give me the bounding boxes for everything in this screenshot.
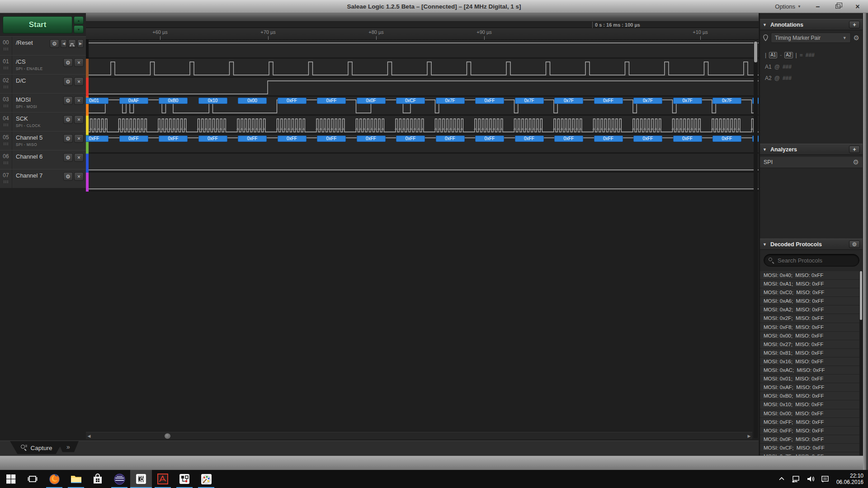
scroll-right-button[interactable]: ▶ — [746, 434, 752, 438]
protocol-search-box[interactable] — [764, 254, 859, 267]
decoded-protocol-row[interactable]: MOSI: 0xA2; MISO: 0xFF — [760, 305, 860, 314]
channel-hide-button[interactable]: × — [74, 172, 84, 181]
channel-row-00[interactable]: 00/Reset⚙◀▶ — [0, 36, 86, 55]
taskbar-icon-acrobat-reader[interactable] — [152, 470, 174, 488]
channel-drag-handle-icon[interactable] — [3, 104, 9, 107]
decoded-protocol-row[interactable]: MOSI: 0x16; MISO: 0xFF — [760, 357, 860, 366]
decoded-protocol-row[interactable]: MOSI: 0xA6; MISO: 0xFF — [760, 297, 860, 305]
horizontal-scroll-thumb[interactable] — [165, 433, 170, 439]
channel-drag-handle-icon[interactable] — [3, 161, 9, 164]
decoded-protocol-row[interactable]: MOSI: 0xCF; MISO: 0xFF — [760, 444, 860, 452]
waveform-horizontal-scrollbar[interactable]: ◀ ▶ — [86, 432, 752, 439]
search-input[interactable] — [778, 257, 857, 264]
decoded-protocols-header[interactable]: ▼ Decoded Protocols ⚙ — [760, 239, 863, 250]
restore-button[interactable] — [831, 2, 844, 12]
decoded-protocol-row[interactable]: MOSI: 0x40; MISO: 0xFF — [760, 271, 860, 280]
decoded-protocol-row[interactable]: MOSI: 0x00; MISO: 0xFF — [760, 409, 860, 418]
channel-hide-button[interactable]: × — [74, 96, 84, 105]
annotations-header[interactable]: ▼ Annotations + — [760, 19, 863, 30]
channel-hide-button[interactable]: × — [74, 134, 84, 143]
decoded-protocol-row[interactable]: MOSI: 0xAF; MISO: 0xFF — [760, 383, 860, 392]
time-ruler[interactable]: +60 µs+70 µs+80 µs+90 µs+10 µs — [86, 28, 759, 40]
taskbar-icon-paint[interactable] — [195, 470, 217, 488]
channel-settings-button[interactable]: ⚙ — [63, 77, 73, 86]
horizontal-scroll-track[interactable] — [92, 432, 746, 439]
tray-chevron-up-icon[interactable] — [776, 470, 788, 488]
vertical-scroll-thumb[interactable] — [754, 42, 757, 62]
waveform-area[interactable]: 0 s : 16 ms : 100 µs +60 µs+70 µs+80 µs+… — [86, 13, 759, 441]
channel-drag-handle-icon[interactable] — [3, 142, 9, 145]
decoded-protocol-row[interactable]: MOSI: 0x81; MISO: 0xFF — [760, 349, 860, 357]
taskbar-icon-firefox[interactable] — [43, 470, 65, 488]
decoded-protocol-row[interactable]: MOSI: 0x2F; MISO: 0xFF — [760, 314, 860, 323]
taskbar-clock[interactable]: 22:10 06.06.2016 — [834, 473, 863, 485]
channel-hide-button[interactable]: × — [74, 58, 84, 67]
decoded-scroll-thumb[interactable] — [860, 271, 862, 320]
decoded-protocol-row[interactable]: MOSI: 0xC0; MISO: 0xFF — [760, 288, 860, 297]
channel-row-02[interactable]: 02D/C⚙× — [0, 74, 86, 93]
start-spinner-down-button[interactable]: ▼ — [74, 25, 84, 33]
decoded-settings-button[interactable]: ⚙ — [849, 240, 860, 248]
channel-settings-button[interactable]: ⚙ — [63, 172, 73, 181]
taskbar-icon-saleae-logic[interactable] — [130, 470, 152, 488]
minimize-button[interactable]: – — [811, 2, 825, 12]
decoded-protocol-row[interactable]: MOSI: 0x0F; MISO: 0xFF — [760, 435, 860, 444]
collapse-triangle-icon[interactable]: ▼ — [763, 242, 767, 247]
prev-edge-button[interactable]: ◀ — [61, 39, 67, 48]
decoded-protocol-row[interactable]: MOSI: 0xAC; MISO: 0xFF — [760, 366, 860, 375]
channel-row-01[interactable]: 01/CSSPI - ENABLE⚙× — [0, 55, 86, 74]
channel-settings-button[interactable]: ⚙ — [63, 96, 73, 105]
start-spinner-up-button[interactable]: ▲ — [74, 16, 84, 24]
volume-icon[interactable] — [805, 470, 816, 488]
channel-row-07[interactable]: 07Channel 7⚙× — [0, 169, 86, 188]
waveform-vertical-scrollbar[interactable] — [754, 41, 758, 438]
channel-settings-button[interactable]: ⚙ — [63, 134, 73, 143]
scroll-left-button[interactable]: ◀ — [86, 434, 92, 438]
taskbar-icon-windows-start[interactable] — [0, 470, 22, 488]
taskbar-icon-eclipse[interactable] — [108, 470, 130, 488]
channel-drag-handle-icon[interactable] — [3, 47, 9, 50]
decoded-protocol-row[interactable]: MOSI: 0x7F; MISO: 0xFF — [760, 452, 860, 455]
network-icon[interactable] — [790, 470, 802, 488]
analyzer-settings-gear-icon[interactable]: ⚙ — [853, 158, 859, 166]
collapse-triangle-icon[interactable]: ▼ — [763, 147, 767, 152]
decoded-protocol-row[interactable]: MOSI: 0xFF; MISO: 0xFF — [760, 418, 860, 427]
channel-row-05[interactable]: 05Channel 5SPI - MISO⚙× — [0, 131, 86, 150]
next-edge-button[interactable]: ▶ — [77, 39, 84, 48]
window-titlebar[interactable]: Saleae Logic 1.2.5 Beta – [Connected] – … — [0, 0, 868, 13]
channel-hide-button[interactable]: × — [74, 77, 84, 86]
analyzer-row-spi[interactable]: SPI ⚙ — [760, 156, 863, 168]
marker-settings-gear-icon[interactable]: ⚙ — [854, 34, 859, 42]
decoded-list-scrollbar[interactable] — [859, 271, 863, 455]
decoded-protocol-row[interactable]: MOSI: 0xB0; MISO: 0xFF — [760, 392, 860, 400]
analyzers-header[interactable]: ▼ Analyzers + — [760, 144, 863, 155]
channel-drag-handle-icon[interactable] — [3, 123, 9, 126]
channel-row-03[interactable]: 03MOSISPI - MOSI⚙× — [0, 93, 86, 112]
collapse-triangle-icon[interactable]: ▼ — [763, 23, 767, 27]
decoded-protocol-row[interactable]: MOSI: 0x01; MISO: 0xFF — [760, 375, 860, 383]
close-button[interactable]: × — [851, 2, 864, 12]
channel-row-04[interactable]: 04SCKSPI - CLOCK⚙× — [0, 112, 86, 131]
channel-settings-button[interactable]: ⚙ — [63, 153, 73, 162]
decoded-protocol-row[interactable]: MOSI: 0x10; MISO: 0xFF — [760, 400, 860, 409]
taskbar-icon-circuit-designer[interactable] — [174, 470, 195, 488]
options-menu-button[interactable]: Options ▼ — [771, 2, 805, 11]
tab-overflow-button[interactable]: » — [58, 441, 79, 453]
channel-drag-handle-icon[interactable] — [3, 180, 9, 183]
channel-drag-handle-icon[interactable] — [3, 66, 9, 69]
channel-hide-button[interactable]: × — [74, 115, 84, 124]
decoded-protocol-row[interactable]: MOSI: 0xF8; MISO: 0xFF — [760, 323, 860, 332]
taskbar-icon-task-view[interactable] — [22, 470, 43, 488]
add-analyzer-button[interactable]: + — [849, 145, 860, 153]
taskbar-icon-file-explorer[interactable] — [65, 470, 87, 488]
waveform-canvas[interactable] — [86, 40, 759, 192]
decoded-protocol-row[interactable]: MOSI: 0x27; MISO: 0xFF — [760, 340, 860, 349]
taskbar-icon-windows-store[interactable] — [87, 470, 108, 488]
channel-drag-handle-icon[interactable] — [3, 85, 9, 88]
add-annotation-button[interactable]: + — [849, 21, 860, 28]
trigger-button[interactable] — [68, 39, 76, 48]
channel-settings-button[interactable]: ⚙ — [63, 58, 73, 67]
action-center-icon[interactable] — [819, 470, 831, 488]
marker-type-select[interactable]: Timing Marker Pair ▼ — [771, 33, 851, 43]
start-capture-button[interactable]: Start — [3, 16, 72, 33]
